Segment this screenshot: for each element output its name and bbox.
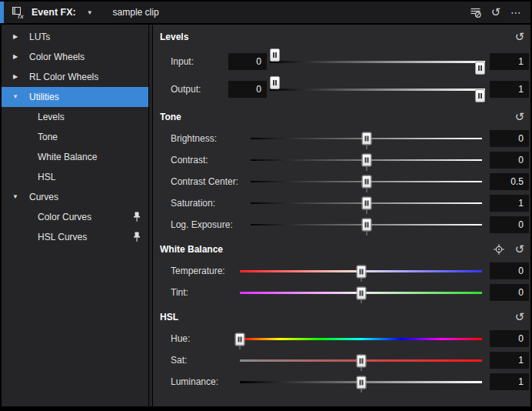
slider-handle[interactable] — [361, 154, 371, 167]
slider-handle[interactable] — [361, 197, 371, 210]
contrast-row: Contrast: 0 — [153, 151, 530, 169]
pin-icon[interactable] — [132, 212, 141, 222]
luminance-value[interactable]: 1 — [490, 373, 529, 390]
input-low-value[interactable]: 0 — [228, 53, 267, 70]
center-tick — [366, 145, 367, 149]
event-fx-window: fx Event FX: ▼ sample clip ↺ ⋯ — [0, 0, 532, 411]
chevron-down-icon[interactable]: ▼ — [10, 87, 21, 107]
tint-value[interactable]: 0 — [490, 284, 529, 301]
hsl-reset-icon[interactable]: ↺ — [513, 310, 527, 324]
hue-value[interactable]: 0 — [490, 330, 529, 347]
tree-item-utilities[interactable]: ▼ Utilities — [2, 87, 148, 107]
input-high-value[interactable]: 1 — [490, 53, 529, 70]
tree-item-tone[interactable]: Tone — [2, 127, 148, 147]
row-label: Brightness: — [171, 129, 217, 148]
slider-handle-low[interactable] — [270, 48, 280, 62]
slider-track[interactable] — [270, 61, 485, 63]
white-balance-reset-icon[interactable]: ↺ — [513, 242, 527, 256]
section-title: HSL — [160, 311, 178, 323]
center-tick — [366, 167, 367, 171]
luminance-slider[interactable] — [240, 381, 482, 383]
tree-item-hsl[interactable]: HSL — [2, 167, 148, 187]
output-high-value[interactable]: 1 — [490, 81, 529, 98]
contrast-center-row: Contrast Center: 0.5 — [153, 172, 530, 191]
reset-all-icon[interactable]: ↺ — [489, 5, 503, 19]
chevron-down-icon[interactable]: ▼ — [10, 187, 21, 207]
center-tick — [366, 210, 367, 214]
saturation-row: Saturation: 1 — [153, 194, 530, 212]
bypass-fx-icon[interactable] — [469, 5, 483, 19]
white-balance-picker-icon[interactable] — [492, 242, 506, 256]
tree-item-white-balance[interactable]: White Balance — [2, 147, 148, 167]
hsl-section-header: HSL ↺ — [153, 311, 530, 323]
tree-item-color-curves[interactable]: Color Curves — [2, 207, 148, 227]
contrast-center-value[interactable]: 0.5 — [490, 173, 529, 190]
temperature-slider[interactable] — [240, 270, 482, 272]
more-options-icon[interactable]: ⋯ — [509, 5, 523, 19]
tree-item-label: RL Color Wheels — [29, 67, 98, 87]
sat-value[interactable]: 1 — [490, 352, 529, 369]
row-label: Saturation: — [171, 194, 215, 212]
brightness-value[interactable]: 0 — [490, 130, 529, 147]
output-range-slider[interactable] — [270, 80, 485, 99]
brightness-row: Brightness: 0 — [153, 129, 530, 148]
center-tick — [361, 367, 361, 371]
saturation-value[interactable]: 1 — [490, 195, 529, 212]
slider-track[interactable] — [270, 89, 485, 91]
row-label: Contrast Center: — [171, 172, 238, 191]
slider-handle[interactable] — [356, 286, 366, 299]
slider-handle[interactable] — [361, 132, 371, 145]
slider-handle-high[interactable] — [475, 62, 485, 75]
levels-input-row: Input: 0 1 — [153, 52, 530, 71]
chevron-right-icon[interactable]: ▶ — [10, 67, 21, 87]
row-label: Log. Exposure: — [171, 216, 233, 234]
contrast-slider[interactable] — [251, 159, 482, 161]
section-title: White Balance — [160, 243, 223, 256]
contrast-value[interactable]: 0 — [490, 152, 529, 169]
temperature-value[interactable]: 0 — [490, 262, 529, 279]
slider-handle[interactable] — [235, 332, 245, 346]
tree-item-levels[interactable]: Levels — [2, 107, 148, 127]
section-title: Levels — [160, 31, 188, 43]
tree-item-label: Curves — [29, 187, 58, 207]
tree-item-label: Color Curves — [38, 207, 91, 227]
slider-handle-low[interactable] — [270, 76, 280, 89]
tint-slider[interactable] — [240, 292, 482, 294]
tree-item-rl-color-wheels[interactable]: ▶ RL Color Wheels — [2, 67, 148, 87]
tree-item-label: HSL — [38, 167, 55, 187]
slider-handle[interactable] — [356, 376, 366, 389]
center-tick — [361, 389, 361, 393]
chevron-right-icon[interactable]: ▶ — [10, 27, 21, 47]
slider-handle[interactable] — [361, 175, 371, 189]
event-fx-icon: fx — [11, 5, 25, 19]
input-range-slider[interactable] — [270, 52, 485, 71]
chevron-down-icon[interactable]: ▼ — [87, 9, 93, 16]
slider-handle[interactable] — [356, 265, 366, 278]
saturation-slider[interactable] — [251, 202, 482, 204]
pin-icon[interactable] — [132, 232, 141, 242]
section-title: Tone — [160, 111, 181, 123]
contrast-center-slider[interactable] — [251, 181, 482, 182]
log-exposure-value[interactable]: 0 — [490, 216, 529, 233]
row-label: Sat: — [171, 351, 187, 369]
handle-tick — [240, 346, 241, 349]
sat-slider[interactable] — [240, 359, 482, 362]
fx-tree: ▶ LUTs ▶ Color Wheels ▶ RL Color Wheels … — [2, 25, 148, 406]
slider-handle-high[interactable] — [475, 89, 485, 102]
chevron-right-icon[interactable]: ▶ — [10, 47, 21, 67]
levels-reset-icon[interactable]: ↺ — [513, 30, 527, 44]
slider-handle[interactable] — [361, 219, 371, 232]
tree-item-luts[interactable]: ▶ LUTs — [2, 27, 148, 47]
log-exposure-slider[interactable] — [251, 224, 482, 226]
tree-item-color-wheels[interactable]: ▶ Color Wheels — [2, 47, 148, 67]
tree-item-curves[interactable]: ▼ Curves — [2, 187, 148, 207]
slider-handle[interactable] — [356, 354, 366, 367]
tone-reset-icon[interactable]: ↺ — [513, 110, 527, 124]
center-tick — [366, 232, 367, 236]
brightness-slider[interactable] — [251, 138, 482, 139]
levels-section-header: Levels ↺ — [153, 31, 530, 43]
row-label: Hue: — [171, 329, 190, 348]
tree-item-hsl-curves[interactable]: HSL Curves — [2, 227, 148, 247]
hue-slider[interactable] — [240, 338, 482, 340]
output-low-value[interactable]: 0 — [228, 81, 267, 98]
